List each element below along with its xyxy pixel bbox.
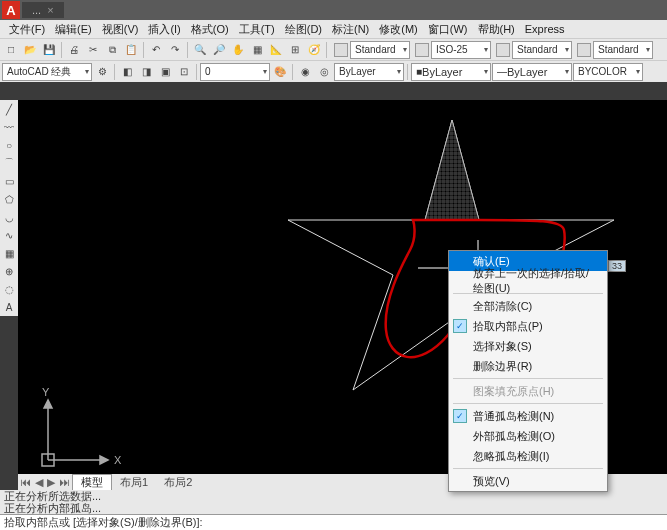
dim-style-dropdown[interactable]: ISO-25 <box>431 41 491 59</box>
tab-nav-prev[interactable]: ◀ <box>33 476 45 489</box>
tool-button[interactable]: ⚙ <box>93 63 111 81</box>
context-item-label: 全部清除(C) <box>473 299 532 314</box>
separator <box>114 64 115 80</box>
workspace-dropdown[interactable]: AutoCAD 经典 <box>2 63 92 81</box>
menu-insert[interactable]: 插入(I) <box>143 22 185 37</box>
tool-button[interactable]: ◉ <box>296 63 314 81</box>
context-item-label: 图案填充原点(H) <box>473 384 554 399</box>
context-item-label: 选择对象(S) <box>473 339 532 354</box>
tool-button[interactable]: ⊡ <box>175 63 193 81</box>
separator <box>187 42 188 58</box>
tool-button[interactable]: ⊕ <box>0 262 18 280</box>
menu-tools[interactable]: 工具(T) <box>234 22 280 37</box>
tool-button[interactable]: ▣ <box>156 63 174 81</box>
line-tool[interactable]: ╱ <box>0 100 18 118</box>
copy-button[interactable]: ⧉ <box>103 41 121 59</box>
context-item[interactable]: 选择对象(S) <box>449 336 607 356</box>
new-button[interactable]: □ <box>2 41 20 59</box>
tool-button[interactable]: 🎨 <box>271 63 289 81</box>
tool-button[interactable]: ◡ <box>0 208 18 226</box>
menu-draw[interactable]: 绘图(D) <box>280 22 327 37</box>
tool-button[interactable]: ▦ <box>248 41 266 59</box>
paste-button[interactable]: 📋 <box>122 41 140 59</box>
linetype-dropdown[interactable]: — ByLayer <box>492 63 572 81</box>
context-item-label: 放弃上一次的选择/拾取/绘图(U) <box>473 266 599 296</box>
color-dropdown[interactable]: ■ ByLayer <box>411 63 491 81</box>
layerstate-dropdown[interactable]: ByLayer <box>334 63 404 81</box>
tool-button[interactable]: ◌ <box>0 280 18 298</box>
left-toolbar: ╱ 〰 ○ ⌒ ▭ ⬠ ◡ ∿ ▦ ⊕ ◌ A <box>0 100 18 316</box>
text-tool[interactable]: A <box>0 298 18 316</box>
menu-help[interactable]: 帮助(H) <box>473 22 520 37</box>
menu-dim[interactable]: 标注(N) <box>327 22 374 37</box>
table-style-icon[interactable] <box>496 43 510 57</box>
print-button[interactable]: 🖨 <box>65 41 83 59</box>
save-button[interactable]: 💾 <box>40 41 58 59</box>
separator <box>292 64 293 80</box>
context-item[interactable]: ✓拾取内部点(P) <box>449 316 607 336</box>
undo-button[interactable]: ↶ <box>147 41 165 59</box>
table-style-dropdown[interactable]: Standard <box>512 41 572 59</box>
context-item[interactable]: 外部孤岛检测(O) <box>449 426 607 446</box>
title-tabs: ...× <box>22 2 66 18</box>
hatch-tool[interactable]: ▦ <box>0 244 18 262</box>
cut-button[interactable]: ✂ <box>84 41 102 59</box>
context-item[interactable]: 删除边界(R) <box>449 356 607 376</box>
menu-express[interactable]: Express <box>520 23 570 35</box>
tool-button[interactable]: ⬠ <box>0 190 18 208</box>
tool-button[interactable]: ◧ <box>118 63 136 81</box>
context-item[interactable]: 忽略孤岛检测(I) <box>449 446 607 466</box>
layout2-tab[interactable]: 布局2 <box>156 475 200 490</box>
tool-button[interactable]: 📐 <box>267 41 285 59</box>
circle-tool[interactable]: ○ <box>0 136 18 154</box>
title-tab-label: ... <box>32 4 41 16</box>
tool-button[interactable]: ◎ <box>315 63 333 81</box>
tab-nav-first[interactable]: ⏮ <box>18 476 33 488</box>
tab-nav-last[interactable]: ⏭ <box>57 476 72 488</box>
find-button[interactable]: 🔍 <box>191 41 209 59</box>
mleader-style-icon[interactable] <box>577 43 591 57</box>
redo-button[interactable]: ↷ <box>166 41 184 59</box>
context-item[interactable]: 放弃上一次的选择/拾取/绘图(U) <box>449 271 607 291</box>
tool-button[interactable]: ⊞ <box>286 41 304 59</box>
menu-edit[interactable]: 编辑(E) <box>50 22 97 37</box>
text-style-dropdown[interactable]: Standard <box>350 41 410 59</box>
tab-nav-next[interactable]: ▶ <box>45 476 57 489</box>
context-item-label: 普通孤岛检测(N) <box>473 409 554 424</box>
rect-tool[interactable]: ▭ <box>0 172 18 190</box>
check-icon: ✓ <box>453 319 467 333</box>
model-tab[interactable]: 模型 <box>72 474 112 490</box>
pan-button[interactable]: ✋ <box>229 41 247 59</box>
mleader-style-dropdown[interactable]: Standard <box>593 41 653 59</box>
open-button[interactable]: 📂 <box>21 41 39 59</box>
context-item[interactable]: ✓普通孤岛检测(N) <box>449 406 607 426</box>
zoom-button[interactable]: 🔎 <box>210 41 228 59</box>
layer-dropdown[interactable]: 0 <box>200 63 270 81</box>
title-tab[interactable]: ...× <box>22 2 64 18</box>
menu-bar: 文件(F) 编辑(E) 视图(V) 插入(I) 格式(O) 工具(T) 绘图(D… <box>0 20 667 38</box>
context-item[interactable]: 全部清除(C) <box>449 296 607 316</box>
menu-window[interactable]: 窗口(W) <box>423 22 473 37</box>
tool-button[interactable]: ◨ <box>137 63 155 81</box>
command-line[interactable]: 拾取内部点或 [选择对象(S)/删除边界(B)]: <box>0 514 667 530</box>
dim-style-icon[interactable] <box>415 43 429 57</box>
lineweight-dropdown[interactable]: BYCOLOR <box>573 63 643 81</box>
tool-button[interactable]: 🧭 <box>305 41 323 59</box>
arc-tool[interactable]: ⌒ <box>0 154 18 172</box>
polyline-tool[interactable]: 〰 <box>0 118 18 136</box>
menu-file[interactable]: 文件(F) <box>4 22 50 37</box>
svg-marker-5 <box>100 456 108 464</box>
menu-view[interactable]: 视图(V) <box>97 22 144 37</box>
separator <box>326 42 327 58</box>
menu-format[interactable]: 格式(O) <box>186 22 234 37</box>
check-icon: ✓ <box>453 409 467 423</box>
text-style-icon[interactable] <box>334 43 348 57</box>
menu-modify[interactable]: 修改(M) <box>374 22 423 37</box>
tool-button[interactable]: ∿ <box>0 226 18 244</box>
text-style-box: Standard <box>334 41 410 59</box>
app-logo: A <box>2 1 20 19</box>
context-item-label: 外部孤岛检测(O) <box>473 429 555 444</box>
context-item[interactable]: 预览(V) <box>449 471 607 491</box>
tab-close-icon[interactable]: × <box>47 4 53 16</box>
layout1-tab[interactable]: 布局1 <box>112 475 156 490</box>
